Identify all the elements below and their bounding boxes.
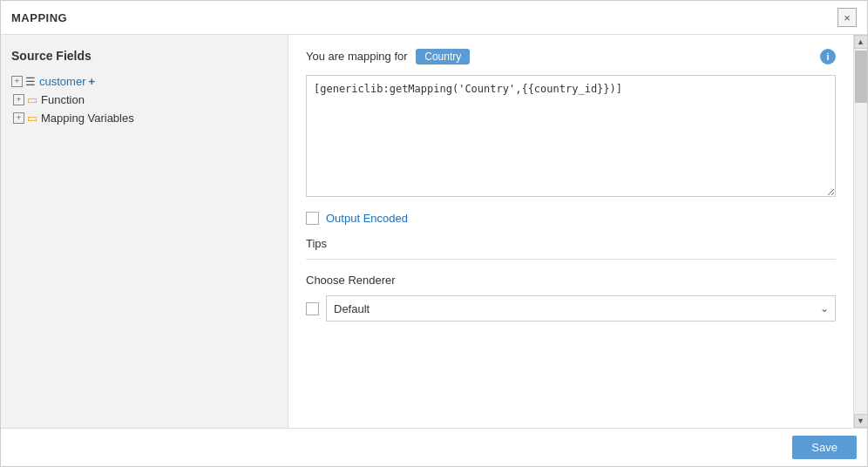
- output-encoded-section: Output Encoded: [306, 212, 836, 225]
- expand-icon-mapping-variables: +: [13, 112, 24, 124]
- renderer-section: Choose Renderer Default ⌄: [306, 274, 836, 321]
- tree-label-function: Function: [41, 93, 85, 106]
- expand-icon-customer: +: [11, 76, 23, 87]
- output-encoded-checkbox[interactable]: [306, 212, 319, 225]
- right-panel: You are mapping for Country i [genericli…: [288, 35, 853, 428]
- modal-header: MAPPING ×: [1, 1, 867, 35]
- modal-title: MAPPING: [11, 11, 67, 24]
- folder-icon-function: ▭: [27, 93, 37, 106]
- mapping-for-text: You are mapping for: [306, 50, 408, 63]
- tree-item-customer[interactable]: + ☰ customer +: [11, 75, 277, 88]
- source-fields-title: Source Fields: [11, 49, 277, 63]
- info-icon[interactable]: i: [820, 49, 836, 64]
- tips-section: Tips: [306, 237, 836, 260]
- tree-item-mapping-variables[interactable]: + ▭ Mapping Variables: [13, 112, 277, 125]
- renderer-select-wrapper: Default ⌄: [326, 295, 836, 321]
- output-encoded-label: Output Encoded: [326, 212, 408, 225]
- mapping-for-row: You are mapping for Country: [306, 49, 470, 64]
- save-button[interactable]: Save: [792, 436, 857, 459]
- scroll-down-arrow[interactable]: ▼: [854, 414, 868, 428]
- tips-label: Tips: [306, 237, 836, 250]
- mapping-header: You are mapping for Country i: [306, 49, 836, 64]
- renderer-row: Default ⌄: [306, 295, 836, 321]
- modal-body: Source Fields + ☰ customer + + ▭ Functio…: [1, 35, 867, 428]
- renderer-checkbox[interactable]: [306, 302, 319, 315]
- tips-divider: [306, 259, 836, 260]
- scroll-up-arrow[interactable]: ▲: [854, 35, 868, 49]
- mapping-modal: MAPPING × Source Fields + ☰ customer + +…: [0, 0, 868, 467]
- expand-icon-function: +: [13, 94, 24, 105]
- folder-icon-mapping-variables: ▭: [27, 112, 37, 125]
- scroll-thumb[interactable]: [855, 51, 867, 103]
- table-icon-customer: ☰: [25, 75, 36, 88]
- renderer-select[interactable]: Default: [326, 295, 836, 321]
- tree-label-customer: customer: [39, 75, 85, 88]
- code-textarea[interactable]: [genericlib:getMapping('Country',{{count…: [306, 75, 836, 197]
- modal-footer: Save: [1, 428, 867, 466]
- close-button[interactable]: ×: [837, 8, 857, 27]
- tree-item-function[interactable]: + ▭ Function: [13, 93, 277, 106]
- add-icon-customer[interactable]: +: [88, 75, 95, 88]
- mapping-tag: Country: [416, 49, 470, 64]
- tree-label-mapping-variables: Mapping Variables: [41, 112, 134, 125]
- left-panel: Source Fields + ☰ customer + + ▭ Functio…: [1, 35, 288, 428]
- choose-renderer-label: Choose Renderer: [306, 274, 836, 287]
- scrollbar-track: ▲ ▼: [853, 35, 867, 428]
